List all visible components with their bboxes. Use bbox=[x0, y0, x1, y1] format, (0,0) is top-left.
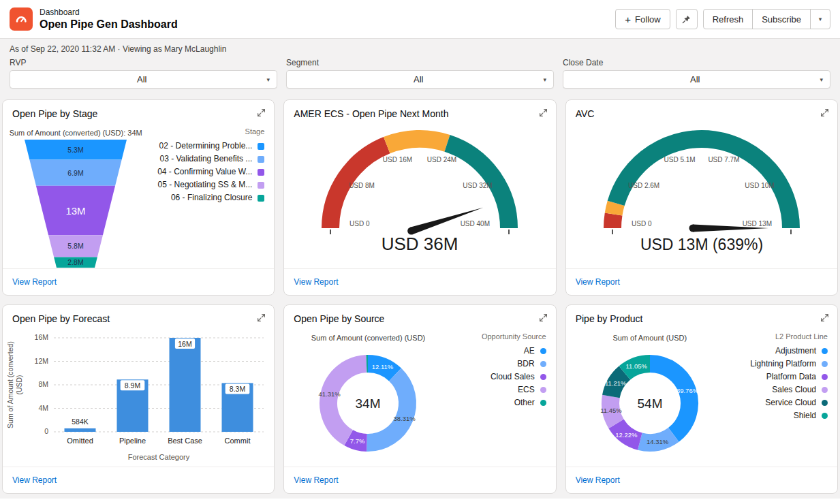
widget-title: AVC bbox=[576, 108, 595, 119]
view-report-link[interactable]: View Report bbox=[294, 475, 338, 485]
follow-label: Follow bbox=[635, 14, 661, 25]
view-report-link[interactable]: View Report bbox=[12, 475, 57, 485]
donut-slice-label: 12.11% bbox=[372, 363, 394, 371]
legend-marker bbox=[822, 348, 828, 354]
chart-legend: L2 Product Line AdjustmentLightning Plat… bbox=[734, 326, 837, 467]
filter-value: All bbox=[294, 74, 543, 84]
legend-label: Lightning Platform bbox=[750, 358, 816, 371]
legend-item: 02 - Determining Proble... bbox=[157, 140, 264, 153]
y-tick-label: 0 bbox=[44, 427, 48, 435]
filter-value: All bbox=[17, 74, 266, 84]
page-title: Open Pipe Gen Dashboard bbox=[40, 18, 178, 31]
gauge-chart: USD 0USD 2.6MUSD 5.1MUSD 7.7MUSD 10MUSD … bbox=[567, 121, 836, 268]
legend-item: BDR bbox=[491, 358, 546, 371]
expand-widget-button[interactable] bbox=[818, 106, 831, 121]
legend-marker bbox=[822, 374, 828, 380]
refresh-label: Refresh bbox=[713, 14, 744, 25]
gauge-glyph-icon bbox=[14, 12, 28, 26]
donut-slice-label: 38.31% bbox=[394, 415, 416, 422]
donut-slice-label: 7.7% bbox=[350, 437, 365, 445]
legend-label: Service Cloud bbox=[765, 396, 816, 409]
y-tick-label: 12M bbox=[35, 357, 48, 365]
filter-close-date-select[interactable]: All ▾ bbox=[563, 70, 830, 89]
filter-rvp-select[interactable]: All ▾ bbox=[10, 70, 277, 89]
widget-footer: View Report bbox=[3, 467, 274, 493]
bar-chart-svg: 04M8M12M16M584KOmitted8.9MPipeline16MBes… bbox=[3, 326, 273, 469]
legend-marker bbox=[258, 195, 264, 202]
expand-icon bbox=[539, 313, 548, 322]
expand-widget-button[interactable] bbox=[255, 106, 268, 121]
view-report-link[interactable]: View Report bbox=[294, 277, 338, 287]
widget-title: Open Pipe by Stage bbox=[12, 108, 97, 119]
chevron-down-icon: ▾ bbox=[820, 76, 823, 83]
funnel-segment-label: 2.8M bbox=[67, 258, 83, 266]
widget-body: USD 0USD 8MUSD 16MUSD 24MUSD 32MUSD 40MU… bbox=[284, 121, 555, 268]
refresh-button[interactable]: Refresh bbox=[703, 9, 753, 29]
gauge-tick-label: USD 13M bbox=[742, 220, 771, 227]
x-category-label: Pipeline bbox=[119, 437, 146, 445]
pin-icon-button[interactable] bbox=[676, 9, 698, 29]
y-axis-title: (USD) bbox=[15, 375, 23, 394]
widget-pipe-by-product: Pipe by Product Sum of Amount (USD) 39.7… bbox=[565, 304, 838, 494]
filter-segment-select[interactable]: All ▾ bbox=[286, 70, 554, 89]
funnel-segment-label: 13M bbox=[66, 205, 86, 217]
legend-label: 02 - Determining Proble... bbox=[159, 140, 253, 153]
gauge-tick-label: USD 0 bbox=[349, 220, 370, 227]
widget-footer: View Report bbox=[284, 268, 555, 295]
widget-header: AVC bbox=[566, 100, 837, 121]
legend-item: AE bbox=[491, 345, 546, 358]
donut-slice-label: 11.05% bbox=[625, 362, 647, 370]
gauge-band bbox=[613, 203, 616, 214]
y-tick-label: 16M bbox=[35, 333, 48, 341]
view-report-link[interactable]: View Report bbox=[576, 475, 620, 485]
funnel-segment-label: 5.8M bbox=[67, 242, 83, 250]
follow-button[interactable]: + Follow bbox=[615, 9, 670, 29]
gauge-value-label: USD 36M bbox=[382, 234, 458, 254]
chart-subtitle: Sum of Amount (USD) bbox=[612, 334, 687, 342]
widget-header: AMER ECS - Open Pipe Next Month bbox=[284, 100, 555, 121]
bar[interactable] bbox=[170, 338, 201, 432]
legend-label: Cloud Sales bbox=[491, 371, 535, 383]
expand-widget-button[interactable] bbox=[537, 311, 550, 326]
legend-title: L2 Product Line bbox=[775, 332, 828, 341]
widget-title: Pipe by Product bbox=[576, 313, 643, 324]
widget-avc: AVC USD 0USD 2.6MUSD 5.1MUSD 7.7MUSD 10M… bbox=[565, 99, 838, 296]
gauge-chart-svg: USD 0USD 8MUSD 16MUSD 24MUSD 32MUSD 40MU… bbox=[285, 121, 554, 268]
filter-close-date: Close Date All ▾ bbox=[563, 58, 830, 89]
widget-body: USD 0USD 2.6MUSD 5.1MUSD 7.7MUSD 10MUSD … bbox=[566, 121, 837, 268]
x-category-label: Commit bbox=[225, 437, 251, 445]
subscribe-button[interactable]: Subscribe bbox=[752, 9, 811, 29]
bar-value-label: 8.3M bbox=[230, 385, 245, 393]
donut-chart-column: Sum of Amount (USD) 39.76%14.31%12.22%11… bbox=[566, 326, 734, 467]
legend-label: 03 - Validating Benefits ... bbox=[159, 153, 252, 166]
legend-item: 06 - Finalizing Closure bbox=[157, 191, 264, 204]
legend-label: Platform Data bbox=[766, 371, 816, 383]
bar[interactable] bbox=[65, 428, 96, 432]
legend-item: 03 - Validating Benefits ... bbox=[157, 153, 264, 166]
funnel-segment-label: 6.9M bbox=[67, 169, 83, 177]
plus-icon: + bbox=[625, 14, 631, 25]
y-axis-title: Sum of Amount (converted) bbox=[6, 341, 14, 428]
title-block: Dashboard Open Pipe Gen Dashboard bbox=[40, 7, 178, 31]
filter-label: RVP bbox=[10, 58, 277, 67]
legend-label: AE bbox=[524, 345, 535, 358]
gauge-tick-label: USD 10M bbox=[745, 182, 774, 189]
legend-item: Service Cloud bbox=[750, 396, 828, 409]
subscribe-label: Subscribe bbox=[762, 14, 801, 25]
legend-marker bbox=[822, 361, 828, 367]
expand-icon bbox=[820, 108, 829, 117]
expand-widget-button[interactable] bbox=[255, 311, 268, 326]
x-axis-title: Forecast Category bbox=[128, 453, 190, 461]
view-report-link[interactable]: View Report bbox=[12, 277, 57, 287]
dashboard-header: Dashboard Open Pipe Gen Dashboard + Foll… bbox=[0, 0, 840, 39]
widget-title: Open Pipe by Forecast bbox=[12, 313, 110, 324]
donut-chart: 39.76%14.31%12.22%11.45%11.21%11.05%54M bbox=[589, 342, 711, 464]
gauge-band bbox=[612, 215, 614, 228]
filter-segment: Segment All ▾ bbox=[286, 58, 554, 89]
legend-item: 04 - Confirming Value W... bbox=[157, 166, 264, 178]
expand-widget-button[interactable] bbox=[818, 311, 831, 326]
more-actions-button[interactable]: ▾ bbox=[810, 9, 830, 29]
legend-item: Adjustment bbox=[750, 345, 828, 358]
view-report-link[interactable]: View Report bbox=[576, 277, 620, 287]
expand-widget-button[interactable] bbox=[537, 106, 550, 121]
